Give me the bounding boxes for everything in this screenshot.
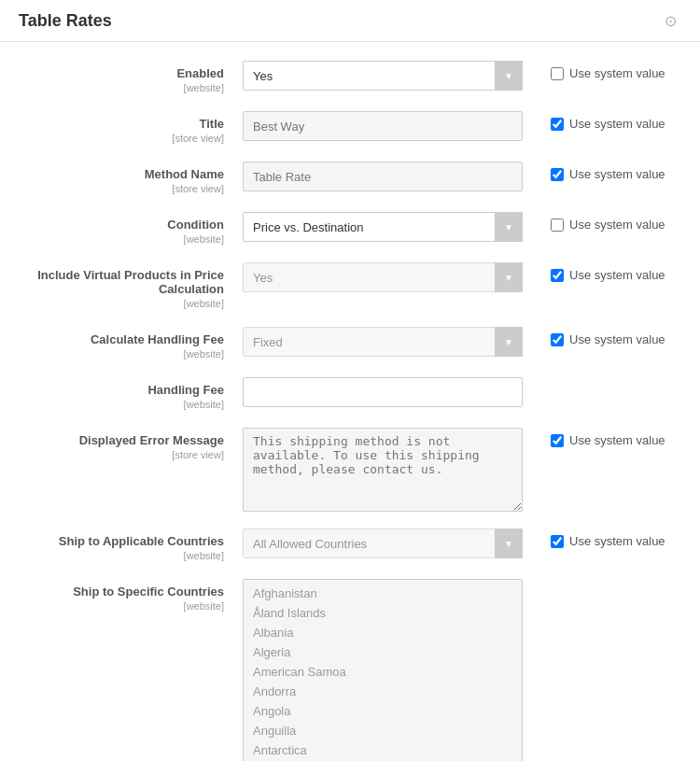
control-ship-applicable: All Allowed Countries Specific Countries… [243,528,532,558]
control-include-virtual: Yes No ▼ [243,262,532,292]
system-value-calculate-handling-checkbox[interactable] [551,333,564,346]
field-error-message: Displayed Error Message [store view] Use… [0,428,700,512]
system-value-method-name-checkbox[interactable] [551,168,564,181]
control-calculate-handling: Fixed Percent ▼ [243,327,532,357]
calculate-handling-select-wrapper: Fixed Percent ▼ [243,327,523,357]
system-value-enabled-checkbox[interactable] [551,67,564,80]
enabled-select[interactable]: Yes No [243,61,523,91]
system-value-ship-applicable-label[interactable]: Use system value [551,534,665,548]
ship-applicable-select-wrapper: All Allowed Countries Specific Countries… [243,528,523,558]
control-condition: Price vs. Destination Weight vs. Destina… [243,212,532,242]
ship-applicable-select[interactable]: All Allowed Countries Specific Countries [243,528,523,558]
system-value-title-checkbox[interactable] [551,118,564,131]
system-value-ship-applicable-checkbox[interactable] [551,535,564,548]
label-ship-specific: Ship to Specific Countries [website] [19,579,243,613]
control-enabled: Yes No ▼ [243,61,532,91]
label-ship-applicable: Ship to Applicable Countries [website] [19,528,243,562]
control-method-name [243,162,532,191]
page-header: Table Rates ⊙ [0,0,700,42]
label-handling-fee: Handling Fee [website] [19,377,243,411]
enabled-select-wrapper: Yes No ▼ [243,61,523,91]
label-method-name: Method Name [store view] [19,162,243,195]
system-value-include-virtual-checkbox[interactable] [551,269,564,282]
system-value-include-virtual: Use system value [532,262,681,282]
field-ship-applicable: Ship to Applicable Countries [website] A… [0,528,700,562]
label-calculate-handling: Calculate Handling Fee [website] [19,327,243,360]
system-value-condition-label[interactable]: Use system value [551,218,665,232]
label-title: Title [store view] [19,111,243,145]
system-value-condition-checkbox[interactable] [551,218,564,232]
system-value-calculate-handling: Use system value [532,327,681,346]
label-error-message: Displayed Error Message [store view] [19,428,243,461]
control-handling-fee [243,377,681,407]
collapse-icon[interactable]: ⊙ [659,9,681,32]
field-method-name: Method Name [store view] Use system valu… [0,162,700,195]
form-body: Enabled [website] Yes No ▼ Use system va… [0,42,700,761]
control-ship-specific: AfghanistanÅland IslandsAlbaniaAlgeriaAm… [243,579,681,761]
system-value-title-label[interactable]: Use system value [551,117,665,131]
system-value-error-message-label[interactable]: Use system value [551,433,665,447]
system-value-title: Use system value [532,111,681,131]
system-value-condition: Use system value [532,212,681,232]
label-include-virtual: Include Virtual Products in Price Calcul… [19,262,243,310]
ship-specific-listbox[interactable]: AfghanistanÅland IslandsAlbaniaAlgeriaAm… [243,579,523,761]
system-value-enabled: Use system value [532,61,681,80]
system-value-ship-applicable: Use system value [532,528,681,548]
field-condition: Condition [website] Price vs. Destinatio… [0,212,700,246]
control-error-message [243,428,532,512]
label-enabled: Enabled [website] [19,61,243,94]
system-value-method-name-label[interactable]: Use system value [551,167,665,181]
system-value-calculate-handling-label[interactable]: Use system value [551,332,665,346]
field-ship-specific: Ship to Specific Countries [website] Afg… [0,579,700,761]
field-calculate-handling: Calculate Handling Fee [website] Fixed P… [0,327,700,360]
condition-select-wrapper: Price vs. Destination Weight vs. Destina… [243,212,523,242]
condition-select[interactable]: Price vs. Destination Weight vs. Destina… [243,212,523,242]
field-enabled: Enabled [website] Yes No ▼ Use system va… [0,61,700,94]
system-value-method-name: Use system value [532,162,681,181]
control-title [243,111,532,141]
system-value-error-message-checkbox[interactable] [551,434,564,447]
title-input[interactable] [243,111,523,141]
field-title: Title [store view] Use system value [0,111,700,145]
system-value-enabled-label[interactable]: Use system value [551,66,665,80]
include-virtual-select-wrapper: Yes No ▼ [243,262,523,292]
system-value-include-virtual-label[interactable]: Use system value [551,268,665,282]
field-handling-fee: Handling Fee [website] [0,377,700,411]
handling-fee-input[interactable] [243,377,523,407]
calculate-handling-select[interactable]: Fixed Percent [243,327,523,357]
page-title: Table Rates [19,11,112,31]
label-condition: Condition [website] [19,212,243,246]
field-include-virtual: Include Virtual Products in Price Calcul… [0,262,700,310]
method-name-input[interactable] [243,162,523,191]
error-message-textarea[interactable] [243,428,523,512]
include-virtual-select[interactable]: Yes No [243,262,523,292]
system-value-error-message: Use system value [532,428,681,447]
